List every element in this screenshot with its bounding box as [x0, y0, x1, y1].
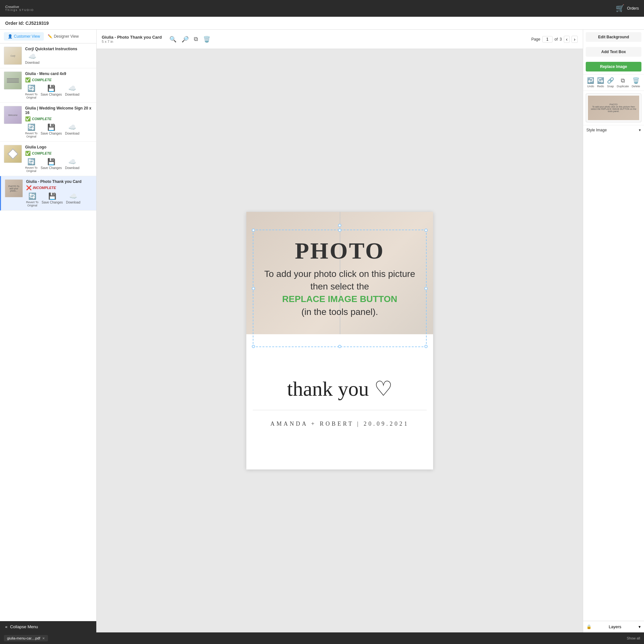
- photo-title-text: PHOTO: [295, 238, 385, 264]
- thumb-welcome: Welcome: [4, 106, 22, 124]
- welcome-revert-label: Revert ToOriginal: [25, 132, 37, 138]
- redo-button[interactable]: ↪️ Redo: [597, 77, 604, 88]
- corjl-download-button[interactable]: ☁️ Download: [25, 52, 39, 64]
- subheader: Order Id: CJ5219319: [0, 17, 644, 30]
- replace-image-button[interactable]: Replace Image: [586, 62, 641, 71]
- logo-revert-button[interactable]: 🔄 Revert ToOriginal: [25, 158, 37, 173]
- thumb-photo: PHOTO To add your photo...: [5, 179, 23, 197]
- sidebar-item-logo[interactable]: Giulia Logo ✅ COMPLETE 🔄 Revert ToOrigin…: [0, 142, 96, 176]
- download-icon: ☁️: [68, 123, 76, 131]
- thumb-line: [7, 81, 19, 81]
- delete-label: Delete: [632, 85, 640, 88]
- person-icon: 👤: [8, 34, 13, 39]
- sidebar-item-welcome[interactable]: Welcome Giulia | Wedding Welcome Sign 20…: [0, 103, 96, 142]
- duplicate-button[interactable]: ⧉ Duplicate: [617, 77, 629, 88]
- menu-actions: 🔄 Revert ToOriginal 💾 Save Changes ☁️ Do…: [25, 84, 92, 99]
- file-tab[interactable]: giulia-menu-car....pdf ✕: [4, 635, 48, 641]
- welcome-download-label: Download: [65, 132, 79, 135]
- sidebar: 👤 Customer View ✏️ Designer View Corjl C…: [0, 30, 97, 632]
- sidebar-item-corjl[interactable]: Corjl Corjl Quickstart Instructions ☁️ D…: [0, 43, 96, 68]
- welcome-revert-button[interactable]: 🔄 Revert ToOriginal: [25, 123, 37, 138]
- trash-icon[interactable]: 🗑️: [202, 34, 212, 44]
- corjl-title: Corjl Quickstart Instructions: [25, 47, 92, 51]
- instruction-text-1: To add your photo click on this picture …: [264, 269, 415, 291]
- photo-download-button[interactable]: ☁️ Download: [66, 192, 80, 204]
- canvas-area: Giulia - Photo Thank you Card 5 x 7 in 🔍…: [97, 30, 583, 632]
- photo-title: Giulia - Photo Thank you Card: [26, 179, 92, 184]
- cart-icon: 🛒: [616, 4, 624, 13]
- canvas-content: PHOTO To add your photo click on this pi…: [97, 49, 583, 632]
- menu-save-label: Save Changes: [41, 93, 62, 96]
- prev-page-button[interactable]: ‹: [564, 36, 570, 43]
- welcome-actions: 🔄 Revert ToOriginal 💾 Save Changes ☁️ Do…: [25, 123, 92, 138]
- welcome-save-label: Save Changes: [41, 132, 62, 135]
- photo-revert-button[interactable]: 🔄 Revert ToOriginal: [26, 192, 38, 207]
- download-icon: ☁️: [28, 52, 36, 60]
- thumb-corjl: Corjl: [4, 47, 22, 65]
- check-icon: ✅: [25, 116, 31, 121]
- next-page-button[interactable]: ›: [572, 36, 578, 43]
- welcome-content: Giulia | Wedding Welcome Sign 20 x 16 ✅ …: [25, 106, 92, 138]
- menu-revert-button[interactable]: 🔄 Revert ToOriginal: [25, 84, 37, 99]
- download-icon: ☁️: [68, 84, 76, 92]
- photo-save-button[interactable]: 💾 Save Changes: [42, 192, 63, 204]
- chevron-down-icon: ▾: [639, 624, 641, 629]
- bottombar: giulia-menu-car....pdf ✕ Show all: [0, 632, 644, 644]
- sidebar-item-photo[interactable]: PHOTO To add your photo... Giulia - Phot…: [0, 176, 96, 211]
- copy-icon[interactable]: ⧉: [193, 34, 199, 44]
- collapse-menu-button[interactable]: « Collapse Menu: [0, 621, 96, 632]
- thumb-logo: [4, 145, 22, 163]
- tab-designer-view[interactable]: ✏️ Designer View: [44, 32, 82, 41]
- layers-section[interactable]: 🔒 Layers ▾: [583, 621, 644, 632]
- check-icon: ✅: [25, 77, 31, 82]
- style-image-row[interactable]: Style Image ▾: [583, 125, 644, 135]
- photo-actions: 🔄 Revert ToOriginal 💾 Save Changes ☁️ Do…: [26, 192, 92, 207]
- snap-button[interactable]: 🔗 Snap: [607, 77, 614, 88]
- thumb-line: [7, 78, 19, 79]
- menu-save-button[interactable]: 💾 Save Changes: [41, 84, 62, 96]
- undo-label: Undo: [587, 85, 594, 88]
- download-icon: ☁️: [68, 158, 76, 166]
- logo-revert-label: Revert ToOriginal: [25, 166, 37, 173]
- undo-button[interactable]: ↩️ Undo: [587, 77, 594, 88]
- logo-actions: 🔄 Revert ToOriginal 💾 Save Changes ☁️ Do…: [25, 158, 92, 173]
- photo-save-label: Save Changes: [42, 201, 63, 204]
- edit-tools: ↩️ Undo ↪️ Redo 🔗 Snap ⧉ Duplicate 🗑️ De…: [583, 74, 644, 91]
- welcome-save-button[interactable]: 💾 Save Changes: [41, 123, 62, 135]
- logo-title: Giulia Logo: [25, 145, 92, 149]
- page-input[interactable]: [542, 36, 553, 43]
- sidebar-item-menu[interactable]: Giulia - Menu card 4x9 ✅ COMPLETE 🔄 Reve…: [0, 68, 96, 103]
- orders-button[interactable]: 🛒 Orders: [616, 4, 639, 13]
- main-layout: 👤 Customer View ✏️ Designer View Corjl C…: [0, 30, 644, 632]
- download-icon: ☁️: [69, 192, 77, 200]
- snap-label: Snap: [607, 85, 614, 88]
- delete-button[interactable]: 🗑️ Delete: [632, 77, 640, 88]
- tab-customer-view[interactable]: 👤 Customer View: [4, 32, 44, 41]
- logo-save-button[interactable]: 💾 Save Changes: [41, 158, 62, 170]
- photo-content: Giulia - Photo Thank you Card ❌ INCOMPLE…: [26, 179, 92, 207]
- logo-download-button[interactable]: ☁️ Download: [65, 158, 79, 170]
- canvas-toolbar: Giulia - Photo Thank you Card 5 x 7 in 🔍…: [97, 30, 583, 49]
- file-close-button[interactable]: ✕: [42, 637, 45, 640]
- edit-background-button[interactable]: Edit Background: [586, 32, 641, 42]
- preview-thumb-text: PHOTOTo add your photo click on this pic…: [588, 96, 639, 120]
- add-text-box-button[interactable]: Add Text Box: [586, 47, 641, 57]
- chevron-down-icon: ▾: [639, 128, 641, 132]
- canvas-document[interactable]: PHOTO To add your photo click on this pi…: [246, 212, 433, 469]
- names-divider: [253, 410, 427, 410]
- canvas-lower: thank you ♡ AMANDA + ROBERT | 20.09.2021: [246, 334, 433, 469]
- corjl-content: Corjl Quickstart Instructions ☁️ Downloa…: [25, 47, 92, 64]
- revert-icon: 🔄: [28, 192, 36, 200]
- corjl-actions: ☁️ Download: [25, 52, 92, 64]
- menu-content: Giulia - Menu card 4x9 ✅ COMPLETE 🔄 Reve…: [25, 71, 92, 99]
- menu-download-button[interactable]: ☁️ Download: [65, 84, 79, 96]
- sidebar-items-list: Corjl Corjl Quickstart Instructions ☁️ D…: [0, 43, 96, 621]
- zoom-in-icon[interactable]: 🔎: [180, 34, 190, 44]
- welcome-download-button[interactable]: ☁️ Download: [65, 123, 79, 135]
- corjl-download-label: Download: [25, 61, 39, 64]
- diamond-shape: [7, 148, 18, 159]
- show-all-button[interactable]: Show all: [627, 636, 640, 640]
- wedding-names: AMANDA + ROBERT | 20.09.2021: [270, 421, 409, 427]
- zoom-out-icon[interactable]: 🔍: [168, 34, 178, 44]
- menu-download-label: Download: [65, 93, 79, 96]
